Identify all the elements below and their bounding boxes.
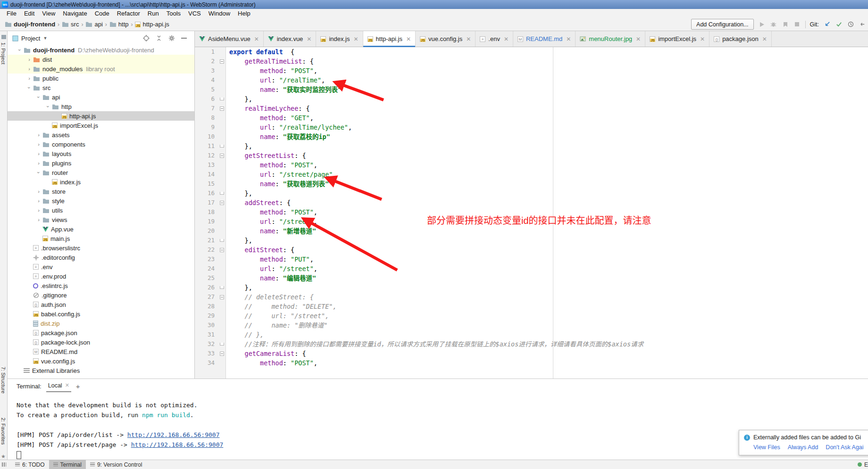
tree-item-store[interactable]: ›store xyxy=(8,187,194,196)
chevron-right-icon[interactable]: › xyxy=(35,160,42,166)
menu-edit[interactable]: Edit xyxy=(20,10,38,17)
hide-panel-icon[interactable] xyxy=(181,37,187,39)
chevron-down-icon[interactable]: › xyxy=(45,103,51,110)
menu-vcs[interactable]: VCS xyxy=(184,10,205,17)
event-log-icon[interactable] xyxy=(858,462,862,467)
terminal-link[interactable]: http://192.168.66.56:9007 xyxy=(131,441,224,448)
terminal-tab-local[interactable]: Local ✕ xyxy=(46,380,71,392)
tree-item-plugins[interactable]: ›plugins xyxy=(8,158,194,168)
tree-item-.env[interactable]: ≡.env xyxy=(8,262,194,272)
undo-icon[interactable] xyxy=(859,21,866,28)
tree-item-http-api.js[interactable]: JShttp-api.js xyxy=(8,111,194,121)
tree-item-README.md[interactable]: MREADME.md xyxy=(8,347,194,356)
chevron-right-icon[interactable]: › xyxy=(35,141,42,147)
tab-importExcel.js[interactable]: JSimportExcel.js✕ xyxy=(645,31,709,47)
chevron-down-icon[interactable]: › xyxy=(17,46,23,54)
terminal-cursor[interactable] xyxy=(17,451,21,459)
debug-icon[interactable] xyxy=(770,21,777,28)
tab-vue.config.js[interactable]: JSvue.config.js✕ xyxy=(416,31,476,47)
tool-window-switcher-icon[interactable] xyxy=(2,462,6,467)
tree-item-router[interactable]: ›router xyxy=(8,168,194,177)
tab-package.json[interactable]: {}package.json✕ xyxy=(709,31,772,47)
tab-close-icon[interactable]: ✕ xyxy=(566,36,571,42)
chevron-right-icon[interactable]: › xyxy=(35,207,42,213)
terminal-link[interactable]: http://192.168.66.56:9007 xyxy=(127,431,220,438)
close-icon[interactable]: ✕ xyxy=(65,382,69,388)
notification-action-dont-ask[interactable]: Don't Ask Agai xyxy=(826,444,863,451)
menu-run[interactable]: Run xyxy=(144,10,163,17)
tab-close-icon[interactable]: ✕ xyxy=(466,36,471,42)
add-configuration-button[interactable]: Add Configuration... xyxy=(691,19,754,30)
tree-item-.browserslistrc[interactable]: ≡.browserslistrc xyxy=(8,243,194,253)
tree-item-.gitignore[interactable]: .gitignore xyxy=(8,290,194,300)
chevron-down-icon[interactable]: › xyxy=(36,93,42,101)
locate-file-icon[interactable] xyxy=(143,35,150,41)
project-panel-header[interactable]: Project ▼ xyxy=(8,31,194,45)
code-area[interactable]: 1export default {2 getRealTimeList: {3 m… xyxy=(195,47,868,368)
breadcrumb-item[interactable]: http xyxy=(109,21,129,28)
tab-http-api.js[interactable]: JShttp-api.js✕ xyxy=(363,31,416,47)
tree-item-package.json[interactable]: {}package.json xyxy=(8,328,194,337)
tree-item-main.js[interactable]: JSmain.js xyxy=(8,234,194,243)
fold-marker[interactable] xyxy=(217,104,226,113)
tree-item-http[interactable]: ›http xyxy=(8,102,194,111)
breadcrumb-item[interactable]: JShttp-api.js xyxy=(135,21,169,28)
breadcrumb-item[interactable]: api xyxy=(85,21,102,28)
tree-item-.editorconfig[interactable]: .editorconfig xyxy=(8,253,194,262)
gear-icon[interactable] xyxy=(168,35,175,41)
tree-item-dist.zip[interactable]: dist.zip xyxy=(8,319,194,328)
menu-refactor[interactable]: Refactor xyxy=(113,10,144,17)
tree-item-components[interactable]: ›components xyxy=(8,140,194,149)
fold-marker[interactable] xyxy=(217,57,226,66)
tool-button-project[interactable]: 1: Project xyxy=(0,42,6,64)
tab-close-icon[interactable]: ✕ xyxy=(406,36,411,42)
run-icon[interactable] xyxy=(758,21,766,28)
fold-marker[interactable] xyxy=(217,349,226,358)
menu-window[interactable]: Window xyxy=(205,10,234,17)
tree-item-assets[interactable]: ›assets xyxy=(8,130,194,140)
fold-marker[interactable] xyxy=(217,292,226,302)
menu-help[interactable]: Help xyxy=(234,10,254,17)
chevron-right-icon[interactable]: › xyxy=(35,217,42,222)
tree-item-api[interactable]: ›api xyxy=(8,92,194,102)
notification-action-view-files[interactable]: View Files xyxy=(753,444,780,451)
tab-index.js[interactable]: JSindex.js✕ xyxy=(316,31,363,47)
tree-item-duoji-frontend[interactable]: ›duoji-frontendD:\zheheWeb\duoji-fronten… xyxy=(8,45,194,55)
tree-item-importExcel.js[interactable]: JSimportExcel.js xyxy=(8,121,194,130)
history-icon[interactable] xyxy=(847,21,854,28)
tab-close-icon[interactable]: ✕ xyxy=(762,36,767,42)
tree-item-.env.prod[interactable]: ≡.env.prod xyxy=(8,272,194,281)
chevron-down-icon[interactable]: › xyxy=(26,84,32,91)
tree-item-dist[interactable]: ›dist xyxy=(8,55,194,64)
fold-marker[interactable] xyxy=(217,245,226,255)
menu-view[interactable]: View xyxy=(38,10,59,17)
tab-close-icon[interactable]: ✕ xyxy=(636,36,641,42)
tree-item-public[interactable]: ›public xyxy=(8,74,194,83)
breadcrumb-item[interactable]: src xyxy=(62,21,79,28)
chevron-right-icon[interactable]: › xyxy=(35,198,42,204)
fold-marker[interactable] xyxy=(217,198,226,207)
fold-marker[interactable] xyxy=(217,339,226,349)
tree-item-.eslintrc.js[interactable]: .eslintrc.js xyxy=(8,281,194,290)
tree-item-style[interactable]: ›style xyxy=(8,196,194,206)
fold-marker[interactable] xyxy=(217,283,226,292)
tree-item-package-lock.json[interactable]: {}package-lock.json xyxy=(8,337,194,347)
notification-popup[interactable]: i Externally added files can be added to… xyxy=(739,430,868,455)
tree-item-src[interactable]: ›src xyxy=(8,83,194,92)
chevron-right-icon[interactable]: › xyxy=(35,132,42,138)
tree-item-views[interactable]: ›views xyxy=(8,215,194,224)
chevron-right-icon[interactable]: › xyxy=(35,151,42,156)
git-update-icon[interactable] xyxy=(823,21,831,28)
tree-item-utils[interactable]: ›utils xyxy=(8,206,194,215)
fold-marker[interactable] xyxy=(217,189,226,198)
tree-item-babel.config.js[interactable]: JSbabel.config.js xyxy=(8,309,194,319)
menu-tools[interactable]: Tools xyxy=(163,10,184,17)
chevron-right-icon[interactable]: › xyxy=(25,66,33,72)
fold-marker[interactable] xyxy=(217,236,226,245)
tree-item-layouts[interactable]: ›layouts xyxy=(8,149,194,158)
tab-close-icon[interactable]: ✕ xyxy=(307,36,311,42)
tool-button-structure[interactable]: 7: Structure xyxy=(0,367,6,394)
tab-index.vue[interactable]: index.vue✕ xyxy=(264,31,317,47)
tree-item-ExternalLibraries[interactable]: External Libraries xyxy=(8,366,194,375)
tool-button-favorites[interactable]: 2: Favorites xyxy=(0,418,6,444)
